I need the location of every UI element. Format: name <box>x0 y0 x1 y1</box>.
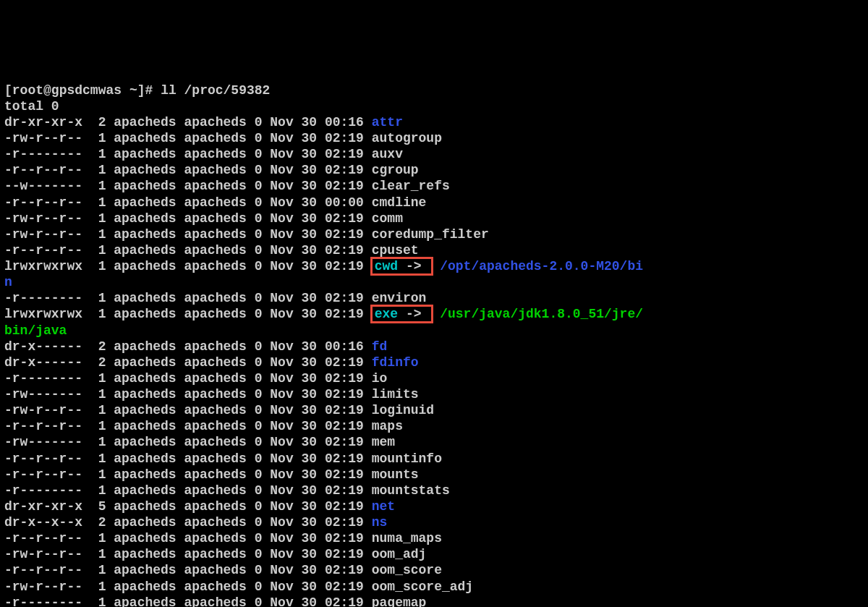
time: 02:19 <box>317 547 364 561</box>
size: 0 <box>247 451 263 466</box>
month: Nov <box>262 371 293 386</box>
month: Nov <box>262 595 293 607</box>
prompt-open: [ <box>4 83 12 98</box>
links: 2 <box>82 355 106 370</box>
links: 1 <box>82 403 106 417</box>
time: 02:19 <box>317 259 364 273</box>
file-name: environ <box>372 291 427 305</box>
perm: -rw-r--r-- <box>4 227 82 242</box>
day: 30 <box>294 419 317 433</box>
perm: -r-------- <box>4 371 82 386</box>
owner: apacheds <box>106 435 176 449</box>
listing-row: dr-x--x--x 2 apacheds apacheds 0 Nov 30 … <box>4 515 387 530</box>
month: Nov <box>262 387 293 402</box>
owner: apacheds <box>106 339 176 354</box>
size: 0 <box>247 243 263 258</box>
day: 30 <box>294 147 317 161</box>
file-name: cmdline <box>372 195 427 210</box>
perm: lrwxrwxrwx <box>4 307 82 321</box>
file-name: mounts <box>372 467 419 482</box>
group: apacheds <box>176 531 247 546</box>
perm: dr-x------ <box>4 355 82 370</box>
group: apacheds <box>176 435 247 449</box>
group: apacheds <box>176 515 247 530</box>
group: apacheds <box>176 243 247 258</box>
listing-row: -r-------- 1 apacheds apacheds 0 Nov 30 … <box>4 595 426 607</box>
owner: apacheds <box>106 595 176 607</box>
links: 2 <box>82 515 106 530</box>
day: 30 <box>294 403 317 417</box>
links: 1 <box>82 419 106 433</box>
file-name: mem <box>372 435 395 449</box>
month: Nov <box>262 339 293 354</box>
file-name: comm <box>372 211 403 226</box>
time: 00:00 <box>317 195 364 210</box>
file-name: autogroup <box>372 131 442 145</box>
day: 30 <box>294 339 317 354</box>
file-name: maps <box>372 419 403 433</box>
perm: -rw-r--r-- <box>4 403 82 417</box>
time: 02:19 <box>317 403 364 417</box>
month: Nov <box>262 355 293 370</box>
time: 02:19 <box>317 243 364 258</box>
file-name: ns <box>372 515 388 530</box>
month: Nov <box>262 259 293 273</box>
group: apacheds <box>176 195 247 210</box>
perm: dr-x--x--x <box>4 515 82 530</box>
owner: apacheds <box>106 115 176 130</box>
size: 0 <box>247 211 263 226</box>
file-name: cgroup <box>372 163 419 177</box>
owner: apacheds <box>106 307 176 321</box>
month: Nov <box>262 563 293 577</box>
links: 1 <box>82 563 106 577</box>
owner: apacheds <box>106 131 176 145</box>
month: Nov <box>262 403 293 417</box>
group: apacheds <box>176 403 247 417</box>
group: apacheds <box>176 595 247 607</box>
day: 30 <box>294 515 317 530</box>
month: Nov <box>262 131 293 145</box>
links: 1 <box>82 467 106 482</box>
wrapped-path: n <box>4 275 12 289</box>
month: Nov <box>262 115 293 130</box>
perm: -rw-r--r-- <box>4 580 82 594</box>
owner: apacheds <box>106 499 176 514</box>
owner: apacheds <box>106 467 176 482</box>
links: 1 <box>82 595 106 607</box>
owner: apacheds <box>106 403 176 417</box>
links: 1 <box>82 243 106 258</box>
listing-row: dr-x------ 2 apacheds apacheds 0 Nov 30 … <box>4 355 419 370</box>
group: apacheds <box>176 547 247 561</box>
arrow-icon: -> <box>398 307 429 321</box>
perm: -rw------- <box>4 387 82 402</box>
prompt-cwd: ~ <box>129 83 137 98</box>
listing-row: dr-xr-xr-x 5 apacheds apacheds 0 Nov 30 … <box>4 499 395 514</box>
listing-row: --w------- 1 apacheds apacheds 0 Nov 30 … <box>4 179 450 193</box>
month: Nov <box>262 515 293 530</box>
day: 30 <box>294 499 317 514</box>
month: Nov <box>262 227 293 242</box>
time: 02:19 <box>317 179 364 193</box>
size: 0 <box>247 307 263 321</box>
perm: -r--r--r-- <box>4 419 82 433</box>
group: apacheds <box>176 355 247 370</box>
time: 02:19 <box>317 451 364 466</box>
perm: -r--r--r-- <box>4 531 82 546</box>
day: 30 <box>294 355 317 370</box>
group: apacheds <box>176 147 247 161</box>
group: apacheds <box>176 179 247 193</box>
links: 1 <box>82 531 106 546</box>
size: 0 <box>247 547 263 561</box>
file-name: fdinfo <box>372 355 419 370</box>
arrow-icon: -> <box>398 259 429 273</box>
month: Nov <box>262 467 293 482</box>
links: 1 <box>82 371 106 386</box>
listing-row: lrwxrwxrwx 1 apacheds apacheds 0 Nov 30 … <box>4 306 643 322</box>
file-name: mountstats <box>372 483 450 498</box>
month: Nov <box>262 419 293 433</box>
listing-row: -rw-r--r-- 1 apacheds apacheds 0 Nov 30 … <box>4 547 426 561</box>
terminal-window[interactable]: [root@gpsdcmwas ~]# ll /proc/59382 total… <box>0 80 868 607</box>
month: Nov <box>262 435 293 449</box>
day: 30 <box>294 451 317 466</box>
group: apacheds <box>176 227 247 242</box>
